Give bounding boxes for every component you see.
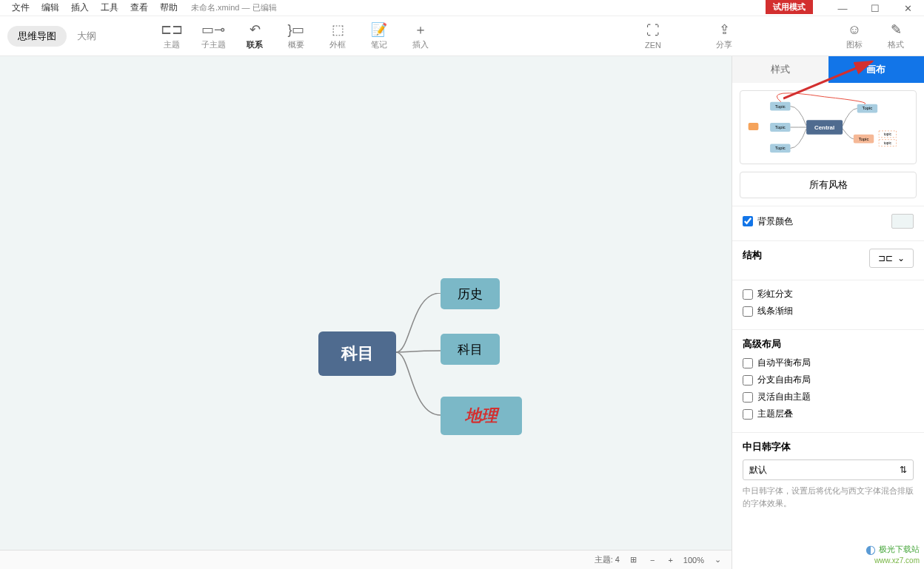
subtopic-1[interactable]: 历史 [441,278,500,309]
menu-file[interactable]: 文件 [6,0,36,16]
minimize-button[interactable]: — [826,0,859,16]
canvas[interactable]: 科目 历史 科目 地理 [0,56,732,569]
svg-text:Topic: Topic [775,125,786,129]
share-icon: ⇪ [719,21,730,38]
topic-icon: ⊏⊐ [161,21,183,38]
style-preview[interactable]: Central Topic Topic Topic Topic Topic to… [740,90,917,164]
tool-summary[interactable]: }▭概要 [275,21,317,50]
all-styles-button[interactable]: 所有风格 [740,172,917,198]
tool-format[interactable]: ✎格式 [875,21,917,50]
tool-relation[interactable]: ↶联系 [234,21,275,50]
svg-text:Topic: Topic [859,137,869,141]
structure-icon: ⊐⊏ [878,253,893,263]
zoom-in-button[interactable]: + [665,556,675,565]
watermark: ◐极光下载站 www.xz7.com [866,542,920,565]
zoom-level: 100% [683,556,704,565]
structure-select[interactable]: ⊐⊏⌄ [869,249,914,268]
topic-overlap-checkbox[interactable] [743,409,753,420]
menu-edit[interactable]: 编辑 [36,0,65,16]
trial-badge: 试用模式 [766,0,813,14]
tapered-lines-row[interactable]: 线条渐细 [743,305,914,317]
tool-boundary[interactable]: ⬚外框 [317,21,358,50]
zen-icon: ⛶ [646,23,660,39]
bg-color-swatch[interactable] [891,214,914,229]
svg-text:topic: topic [884,132,892,136]
tool-share[interactable]: ⇪分享 [703,21,745,50]
cjk-font-select[interactable]: 默认⇅ [743,459,914,480]
menu-insert[interactable]: 插入 [65,0,95,16]
tool-zen[interactable]: ⛶ZEN [632,23,674,50]
tool-theme[interactable]: ⊏⊐主题 [151,21,192,50]
free-branch-row[interactable]: 分支自由布局 [743,374,914,386]
menu-tools[interactable]: 工具 [95,0,124,16]
menu-view[interactable]: 查看 [124,0,154,16]
window-controls: — ☐ ✕ [826,0,924,16]
subtopic-icon: ▭⊸ [201,21,225,38]
bg-color-checkbox[interactable] [743,216,753,226]
insert-icon: ＋ [414,21,427,38]
tab-outline[interactable]: 大纲 [67,26,107,47]
relation-icon: ↶ [250,21,261,38]
boundary-icon: ⬚ [332,21,344,38]
tapered-lines-checkbox[interactable] [743,306,753,317]
svg-text:Central: Central [814,124,834,131]
topic-overlap-row[interactable]: 主题层叠 [743,408,914,420]
auto-balance-checkbox[interactable] [743,358,753,368]
status-bar: 主题: 4 ⊞ − + 100% ⌄ [0,550,732,569]
note-icon: 📝 [371,21,387,38]
bg-color-row[interactable]: 背景颜色 [743,214,914,229]
tool-note[interactable]: 📝笔记 [358,21,400,50]
tool-subtopic[interactable]: ▭⊸子主题 [192,21,234,50]
central-topic[interactable]: 科目 [318,331,396,376]
rainbow-branch-row[interactable]: 彩虹分支 [743,288,914,300]
smiley-icon: ☺ [848,21,861,38]
structure-label: 结构 [743,249,762,262]
free-topic-checkbox[interactable] [743,392,753,403]
svg-text:Topic: Topic [775,104,786,109]
close-button[interactable]: ✕ [891,0,924,16]
panel-tab-style[interactable]: 样式 [732,56,828,83]
document-title: 未命名.xmind — 已编辑 [191,2,277,13]
tool-icons[interactable]: ☺图标 [834,21,875,50]
svg-text:Topic: Topic [863,106,873,110]
maximize-button[interactable]: ☐ [859,0,891,16]
auto-balance-row[interactable]: 自动平衡布局 [743,357,914,369]
cjk-font-hint: 中日韩字体，设置后将优化与西文字体混合排版的字体效果。 [743,485,914,509]
dropdown-icon: ⇅ [900,465,907,475]
tool-insert[interactable]: ＋插入 [400,21,441,50]
brush-icon: ✎ [891,21,902,38]
tab-mindmap[interactable]: 思维导图 [7,26,67,47]
menu-help[interactable]: 帮助 [154,0,184,16]
topic-count: 主题: 4 [595,554,620,565]
advanced-layout-title: 高级布局 [743,337,914,351]
summary-icon: }▭ [287,21,304,38]
side-panel: 样式 画布 Central Topic Topic Topic Topic To… [732,56,924,569]
map-overview-button[interactable]: ⊞ [627,555,640,565]
svg-rect-16 [749,123,759,130]
zoom-out-button[interactable]: − [647,556,657,565]
svg-text:topic: topic [884,141,892,145]
zoom-dropdown[interactable]: ⌄ [712,555,724,565]
free-branch-checkbox[interactable] [743,375,753,385]
cjk-font-title: 中日韩字体 [743,440,914,454]
subtopic-2[interactable]: 科目 [441,334,500,365]
panel-tab-canvas[interactable]: 画布 [828,56,925,83]
rainbow-branch-checkbox[interactable] [743,289,753,300]
svg-text:Topic: Topic [775,146,786,150]
toolbar: 思维导图 大纲 ⊏⊐主题 ▭⊸子主题 ↶联系 }▭概要 ⬚外框 📝笔记 ＋插入 … [0,16,924,56]
free-topic-row[interactable]: 灵活自由主题 [743,391,914,403]
subtopic-3[interactable]: 地理 [441,397,522,435]
